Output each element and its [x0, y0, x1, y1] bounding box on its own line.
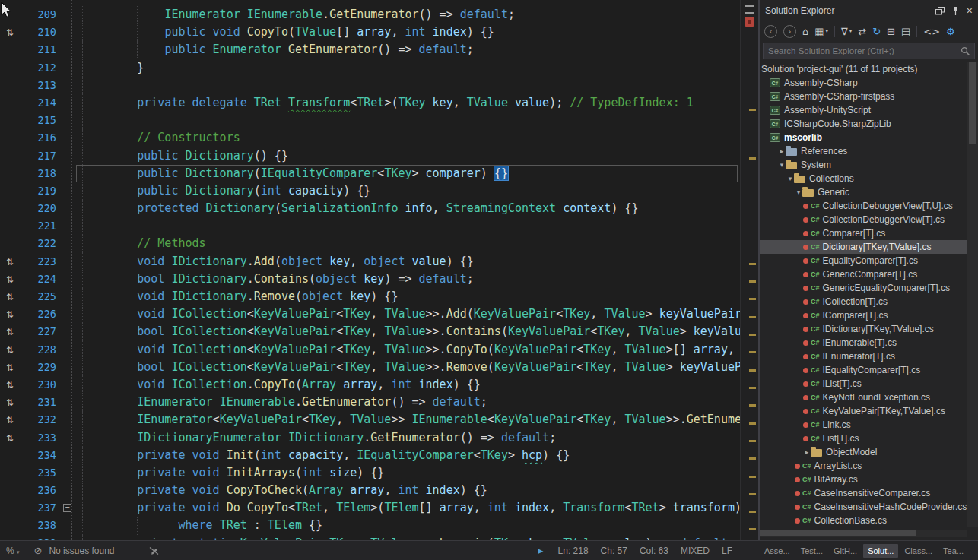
encoding-indicator[interactable]: MIXED	[681, 546, 710, 556]
window-position-icon[interactable]	[935, 7, 945, 15]
code-line[interactable]: ⇅229 bool ICollection<KeyValuePair<TKey,…	[0, 359, 740, 376]
implements-indicator-icon[interactable]: ⇅	[6, 433, 14, 444]
implements-indicator-icon[interactable]: ⇅	[6, 345, 14, 356]
implements-indicator-icon[interactable]: ⇅	[6, 274, 14, 285]
code-line[interactable]: 238 where TRet : TElem {}	[0, 517, 740, 534]
tree-item-comparer-t[interactable]: C#Comparer[T].cs	[760, 226, 967, 240]
code-line[interactable]: 237− private void Do_CopyTo<TRet, TElem>…	[0, 499, 740, 517]
view-code-button[interactable]: <>	[923, 26, 940, 37]
code-line[interactable]: 222 // Methods	[0, 235, 740, 252]
code-line[interactable]: 216 // Constructors	[0, 129, 740, 147]
tree-item-collections[interactable]: ▾Collections	[760, 172, 967, 185]
refresh-button[interactable]: ↻	[872, 26, 881, 37]
code-line[interactable]: ⇅225 void IDictionary.Remove(object key)…	[0, 288, 740, 305]
tree-item-ienumerator-t[interactable]: C#IEnumerator[T].cs	[760, 350, 967, 363]
code-line[interactable]: ⇅231 IEnumerator IEnumerable.GetEnumerat…	[0, 394, 740, 411]
expander-collapsed-icon[interactable]: ▸	[778, 147, 786, 155]
implements-indicator-icon[interactable]: ⇅	[6, 257, 14, 267]
split-editor-handle-icon[interactable]	[745, 5, 754, 14]
code-line[interactable]: 235 private void InitArrays(int size) {}	[0, 464, 740, 482]
code-line[interactable]: ⇅227 bool ICollection<KeyValuePair<TKey,…	[0, 323, 740, 340]
panel-hscrollbar[interactable]	[760, 530, 967, 537]
code-line[interactable]: 236 private void CopyToCheck(Array array…	[0, 482, 740, 499]
tree-item-generic[interactable]: ▾Generic	[760, 185, 967, 199]
tree-item-link[interactable]: C#Link.cs	[760, 418, 967, 432]
implements-indicator-icon[interactable]: ⇅	[6, 380, 14, 391]
panel-hscrollbar-thumb[interactable]	[760, 530, 916, 536]
tree-item-collectionbase[interactable]: C#CollectionBase.cs	[760, 514, 967, 527]
tree-item-assembly-csharp[interactable]: C#Assembly-CSharp	[760, 76, 967, 90]
tree-item-references[interactable]: ▸References	[760, 144, 967, 158]
search-icon[interactable]	[961, 46, 970, 56]
code-line[interactable]: ⇅224 bool IDictionary.Contains(object ke…	[0, 271, 740, 288]
code-line[interactable]: 239 private static KeyValuePair<TKey, TV…	[0, 535, 740, 540]
caret-right-icon[interactable]: ▶	[538, 547, 544, 555]
implements-indicator-icon[interactable]: ⇅	[6, 362, 14, 373]
editor-scrollbar[interactable]	[740, 0, 758, 540]
code-line[interactable]: ⇅232 IEnumerator<KeyValuePair<TKey, TVal…	[0, 411, 740, 429]
close-icon[interactable]: ×	[967, 6, 973, 15]
implements-indicator-icon[interactable]: ⇅	[6, 309, 14, 320]
switch-views-button[interactable]: ▦▾	[814, 26, 828, 37]
expander-collapsed-icon[interactable]: ▸	[803, 448, 811, 456]
tree-item-objectmodel[interactable]: ▸ObjectModel	[760, 445, 967, 459]
eol-indicator[interactable]: LF	[722, 546, 732, 556]
code-line[interactable]: 212 }	[0, 59, 740, 77]
implements-indicator-icon[interactable]: ⇅	[6, 397, 14, 408]
tree-item-equalitycomparer-t[interactable]: C#EqualityComparer[T].cs	[760, 254, 967, 267]
properties-button[interactable]: ⚙	[946, 26, 955, 37]
code-line[interactable]: ⇅210 public void CopyTo(TValue[] array, …	[0, 24, 740, 41]
panel-tab-asse[interactable]: Asse...	[760, 544, 795, 558]
code-line[interactable]: ⇅226 void ICollection<KeyValuePair<TKey,…	[0, 305, 740, 323]
implements-indicator-icon[interactable]: ⇅	[6, 27, 14, 38]
code-line[interactable]: 209 IEnumerator IEnumerable.GetEnumerato…	[0, 6, 740, 24]
tree-item-icsharpcode-sharpziplib[interactable]: C#ICSharpCode.SharpZipLib	[760, 117, 967, 131]
code-line[interactable]: 211 public Enumerator GetEnumerator() =>…	[0, 41, 740, 59]
back-button[interactable]: ‹	[764, 25, 777, 38]
code-line[interactable]: ⇅223 void IDictionary.Add(object key, ob…	[0, 253, 740, 271]
issues-status[interactable]: No issues found	[49, 546, 114, 556]
expander-expanded-icon[interactable]: ▾	[778, 161, 786, 169]
solution-search-input[interactable]	[763, 43, 975, 59]
implements-indicator-icon[interactable]: ⇅	[6, 415, 14, 426]
implements-indicator-icon[interactable]: ⇅	[6, 292, 14, 302]
tree-item-mscorlib[interactable]: C#mscorlib	[760, 131, 967, 144]
expander-expanded-icon[interactable]: ▾	[795, 188, 802, 196]
tree-item-keyvaluepair-tkey-tvalue[interactable]: C#KeyValuePair[TKey,TValue].cs	[760, 404, 967, 418]
code-line[interactable]: 214 private delegate TRet Transform<TRet…	[0, 94, 740, 112]
tree-item-arraylist[interactable]: C#ArrayList.cs	[760, 459, 967, 473]
tree-item-assembly-unityscript[interactable]: C#Assembly-UnityScript	[760, 103, 967, 117]
tree-item-dictionary-tkey-tvalue[interactable]: C#Dictionary[TKey,TValue].cs	[760, 240, 967, 254]
code-line[interactable]: 213	[0, 77, 740, 94]
char-indicator[interactable]: Ch: 57	[601, 546, 627, 556]
code-line[interactable]: ⇅228 void ICollection<KeyValuePair<TKey,…	[0, 341, 740, 359]
show-all-files-button[interactable]: ▤	[901, 26, 910, 37]
pencil-slash-icon[interactable]	[149, 546, 159, 555]
filter-button[interactable]: ∇▾	[841, 26, 852, 37]
tree-item-idictionary-tkey-tvalue[interactable]: C#IDictionary[TKey,TValue].cs	[760, 322, 967, 336]
tree-item-ienumerable-t[interactable]: C#IEnumerable[T].cs	[760, 336, 967, 350]
code-line[interactable]: ⇅230 void ICollection.CopyTo(Array array…	[0, 376, 740, 394]
panel-tab-gith[interactable]: GitH...	[829, 544, 862, 558]
document-health-badge[interactable]	[745, 17, 754, 27]
tree-item-collectiondebuggerview-t[interactable]: C#CollectionDebuggerView[T].cs	[760, 213, 967, 226]
tree-item-solution[interactable]: Solution 'project-gui' (11 of 11 project…	[760, 62, 967, 76]
tree-item-list-t[interactable]: C#List[T].cs	[760, 432, 967, 445]
zoom-control[interactable]: % ▾	[6, 546, 20, 556]
collapse-all-button[interactable]: ⊟	[887, 26, 895, 37]
code-line[interactable]: 219 public Dictionary(int capacity) {}	[0, 182, 740, 200]
tree-item-icomparer-t[interactable]: C#IComparer[T].cs	[760, 308, 967, 322]
tree-item-genericequalitycomparer-t[interactable]: C#GenericEqualityComparer[T].cs	[760, 281, 967, 295]
panel-tab-tea[interactable]: Tea...	[938, 544, 968, 558]
panel-tab-class[interactable]: Class...	[900, 544, 937, 558]
tree-item-collectiondebuggerview-t-u[interactable]: C#CollectionDebuggerView[T,U].cs	[760, 199, 967, 213]
panel-vscrollbar-thumb[interactable]	[969, 62, 976, 144]
expander-expanded-icon[interactable]: ▾	[786, 175, 794, 182]
tree-item-icollection-t[interactable]: C#ICollection[T].cs	[760, 295, 967, 308]
tree-item-bitarray[interactable]: C#BitArray.cs	[760, 473, 967, 486]
code-line[interactable]: ⇅233 IDictionaryEnumerator IDictionary.G…	[0, 429, 740, 447]
tree-item-caseinsensitivecomparer[interactable]: C#CaseInsensitiveComparer.cs	[760, 486, 967, 500]
home-button[interactable]: ⌂	[802, 26, 808, 37]
column-indicator[interactable]: Col: 63	[640, 546, 668, 556]
pin-icon[interactable]	[952, 6, 959, 16]
